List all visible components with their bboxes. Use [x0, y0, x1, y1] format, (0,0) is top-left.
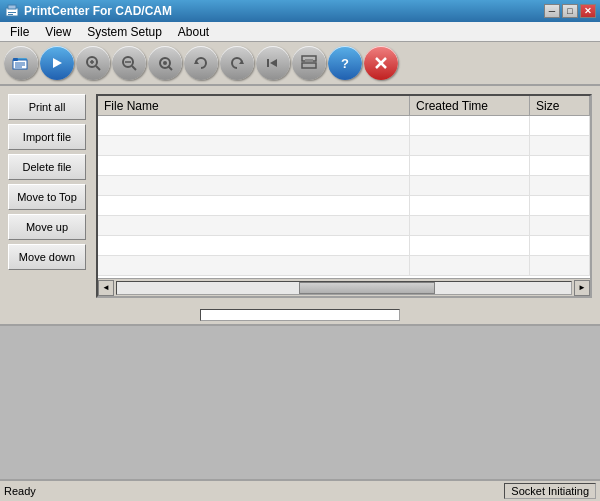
move-up-button[interactable]: Move up [8, 214, 86, 240]
upper-content: Print all Import file Delete file Move t… [0, 86, 600, 306]
col-created-header: Created Time [410, 96, 530, 115]
help-button[interactable]: ? [328, 46, 362, 80]
layers-button[interactable] [292, 46, 326, 80]
svg-rect-3 [8, 14, 13, 15]
open-button[interactable] [4, 46, 38, 80]
import-file-button[interactable]: Import file [8, 124, 86, 150]
menu-view[interactable]: View [37, 23, 79, 41]
table-row [98, 256, 590, 276]
play-button[interactable] [40, 46, 74, 80]
fit-button[interactable] [148, 46, 182, 80]
menu-file[interactable]: File [2, 23, 37, 41]
print-all-button[interactable]: Print all [8, 94, 86, 120]
scroll-left-arrow[interactable]: ◄ [98, 280, 114, 296]
app-icon [4, 3, 20, 19]
table-row [98, 136, 590, 156]
close-button[interactable]: ✕ [580, 4, 596, 18]
preview-area [0, 324, 600, 479]
title-controls: ─ □ ✕ [544, 4, 596, 18]
minimize-button[interactable]: ─ [544, 4, 560, 18]
menu-system-setup[interactable]: System Setup [79, 23, 170, 41]
status-left: Ready [4, 485, 36, 497]
title-bar: PrintCenter For CAD/CAM ─ □ ✕ [0, 0, 600, 22]
toolbar: ? [0, 42, 600, 86]
svg-line-12 [96, 66, 100, 70]
stop-button[interactable] [364, 46, 398, 80]
svg-text:?: ? [341, 56, 349, 71]
scroll-track[interactable] [116, 281, 572, 295]
scroll-right-arrow[interactable]: ► [574, 280, 590, 296]
svg-rect-27 [305, 59, 313, 62]
table-row [98, 236, 590, 256]
progress-area [0, 306, 600, 324]
table-row [98, 176, 590, 196]
scroll-thumb[interactable] [299, 282, 435, 294]
file-table-body [98, 116, 590, 278]
rotate-right-button[interactable] [220, 46, 254, 80]
file-table-header: File Name Created Time Size [98, 96, 590, 116]
table-row [98, 116, 590, 136]
zoom-out-button[interactable] [112, 46, 146, 80]
zoom-in-button[interactable] [76, 46, 110, 80]
table-row [98, 216, 590, 236]
svg-line-16 [132, 66, 136, 70]
rotate-left-button[interactable] [184, 46, 218, 80]
col-size-header: Size [530, 96, 590, 115]
maximize-button[interactable]: □ [562, 4, 578, 18]
menu-bar: File View System Setup About [0, 22, 600, 42]
table-row [98, 196, 590, 216]
move-down-button[interactable]: Move down [8, 244, 86, 270]
window-title: PrintCenter For CAD/CAM [24, 4, 172, 18]
svg-rect-2 [8, 12, 16, 13]
svg-marker-24 [270, 59, 277, 67]
title-left: PrintCenter For CAD/CAM [4, 3, 172, 19]
main-area: Print all Import file Delete file Move t… [0, 86, 600, 479]
table-row [98, 156, 590, 176]
svg-rect-23 [267, 59, 269, 67]
status-right: Socket Initiating [504, 483, 596, 499]
menu-about[interactable]: About [170, 23, 217, 41]
svg-point-20 [163, 61, 167, 65]
move-to-top-button[interactable]: Move to Top [8, 184, 86, 210]
svg-rect-1 [8, 5, 16, 9]
col-filename-header: File Name [98, 96, 410, 115]
progress-bar [200, 309, 400, 321]
left-panel: Print all Import file Delete file Move t… [8, 94, 90, 298]
horizontal-scrollbar[interactable]: ◄ ► [98, 278, 590, 296]
svg-marker-10 [53, 58, 62, 68]
delete-file-button[interactable]: Delete file [8, 154, 86, 180]
svg-rect-26 [302, 63, 316, 68]
status-bar: Ready Socket Initiating [0, 479, 600, 501]
svg-rect-6 [13, 58, 18, 61]
prev-button[interactable] [256, 46, 290, 80]
svg-line-19 [168, 66, 172, 70]
